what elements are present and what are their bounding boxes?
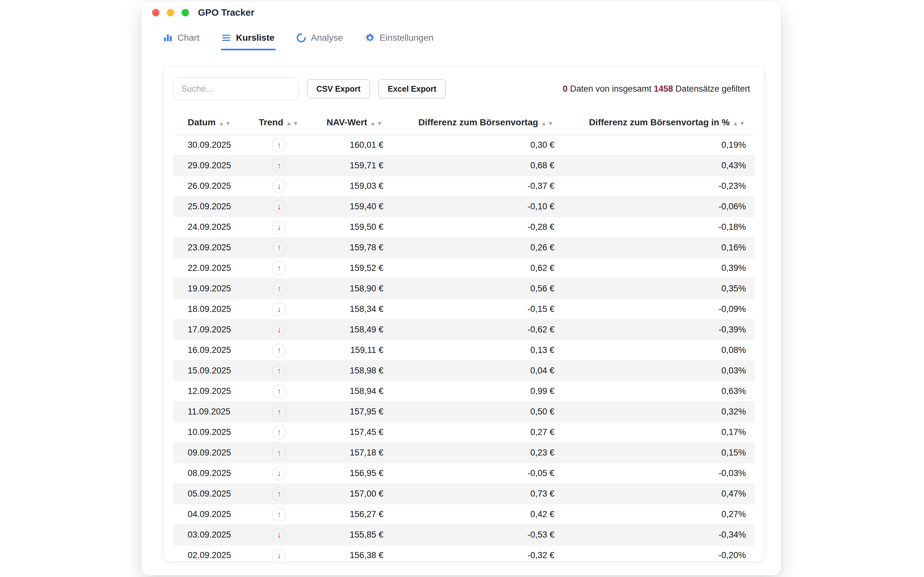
fullscreen-window-button[interactable]	[182, 9, 189, 16]
filter-status: 0 Daten von insgesamt 1458 Datensätze ge…	[563, 84, 750, 94]
cell-differenz: 0,13 €	[388, 340, 558, 361]
cell-nav-wert: 159,50 €	[308, 217, 388, 237]
cell-nav-wert: 159,03 €	[308, 176, 388, 197]
tab-kursliste[interactable]: Kursliste	[221, 33, 276, 50]
trend-up-icon: ↑	[272, 446, 286, 460]
sort-arrows-icon: ▲▼	[370, 120, 383, 127]
cell-datum: 15.09.2025	[173, 361, 250, 381]
table-row: 16.09.2025↑159,11 €0,13 €0,08%	[173, 340, 754, 361]
cell-nav-wert: 159,11 €	[308, 340, 388, 361]
cell-datum: 05.09.2025	[173, 484, 250, 504]
cell-nav-wert: 158,34 €	[308, 299, 388, 319]
tab-label: Chart	[178, 33, 199, 43]
table-row: 03.09.2025↓155,85 €-0,53 €-0,34%	[173, 525, 754, 545]
cell-datum: 09.09.2025	[173, 443, 250, 463]
cell-datum: 26.09.2025	[173, 176, 250, 197]
trend-up-icon: ↑	[272, 159, 286, 173]
cell-nav-wert: 159,78 €	[308, 237, 388, 258]
cell-differenz-prozent: 0,15%	[558, 443, 754, 463]
cell-trend: ↑	[250, 381, 308, 402]
cell-trend: ↑	[250, 361, 308, 381]
cell-differenz: -0,37 €	[388, 176, 558, 197]
cell-differenz-prozent: 0,16%	[558, 237, 754, 258]
minimize-window-button[interactable]	[167, 9, 174, 16]
table-row: 18.09.2025↓158,34 €-0,15 €-0,09%	[173, 299, 754, 319]
close-window-button[interactable]	[152, 9, 160, 16]
cell-differenz: -0,28 €	[388, 217, 558, 237]
cell-datum: 08.09.2025	[173, 463, 250, 484]
trend-up-icon: ↑	[272, 487, 286, 501]
cell-differenz: 0,27 €	[388, 422, 558, 443]
excel-export-button[interactable]: Excel Export	[379, 79, 446, 98]
cell-differenz-prozent: 0,35%	[558, 279, 754, 299]
pie-chart-icon	[296, 33, 306, 43]
cell-nav-wert: 159,71 €	[308, 155, 388, 176]
table-row: 05.09.2025↑157,00 €0,73 €0,47%	[173, 484, 754, 504]
cell-trend: ↑	[250, 443, 308, 463]
column-header-trend[interactable]: Trend▲▼	[250, 114, 308, 135]
cell-differenz-prozent: 0,32%	[558, 402, 754, 422]
tab-chart[interactable]: Chart	[163, 33, 200, 50]
cell-differenz: 0,23 €	[388, 443, 558, 463]
sort-arrows-icon: ▲▼	[732, 120, 746, 127]
cell-trend: ↓	[250, 176, 308, 197]
cell-differenz: -0,05 €	[388, 463, 558, 484]
trend-up-icon: ↑	[272, 343, 286, 358]
cell-datum: 10.09.2025	[173, 422, 250, 443]
sort-arrows-icon: ▲▼	[541, 120, 554, 127]
trend-up-icon: ↑	[272, 508, 286, 522]
trend-down-icon: ↓	[272, 323, 286, 337]
cell-datum: 22.09.2025	[173, 258, 250, 279]
column-header-datum[interactable]: Datum▲▼	[173, 114, 250, 135]
cell-differenz-prozent: -0,03%	[558, 463, 754, 484]
table-row: 24.09.2025↓159,50 €-0,28 €-0,18%	[173, 217, 754, 237]
cell-nav-wert: 158,90 €	[308, 279, 388, 299]
table-row: 17.09.2025↓158,49 €-0,62 €-0,39%	[173, 319, 754, 340]
cell-datum: 25.09.2025	[173, 197, 250, 217]
cell-differenz-prozent: -0,09%	[558, 299, 754, 319]
column-header-pct[interactable]: Differenz zum Börsenvortag in %▲▼	[558, 114, 754, 135]
cell-trend: ↑	[250, 504, 308, 525]
cell-datum: 11.09.2025	[173, 402, 250, 422]
table-row: 25.09.2025↓159,40 €-0,10 €-0,06%	[173, 197, 754, 217]
sort-arrows-icon: ▲▼	[218, 120, 232, 127]
traffic-lights	[152, 9, 189, 16]
cell-trend: ↑	[250, 484, 308, 504]
gear-icon	[365, 33, 375, 43]
tab-einstellungen[interactable]: Einstellungen	[365, 33, 435, 50]
cell-datum: 29.09.2025	[173, 155, 250, 176]
trend-down-icon: ↓	[272, 200, 286, 214]
cell-datum: 23.09.2025	[173, 237, 250, 258]
cell-trend: ↑	[250, 422, 308, 443]
column-header-diff[interactable]: Differenz zum Börsenvortag▲▼	[388, 114, 558, 135]
column-header-nav[interactable]: NAV-Wert▲▼	[308, 114, 388, 135]
cell-nav-wert: 156,38 €	[308, 545, 388, 562]
cell-differenz: 0,73 €	[388, 484, 558, 504]
sort-arrows-icon: ▲▼	[286, 120, 300, 127]
trend-up-icon: ↑	[272, 384, 286, 398]
toolbar: CSV Export Excel Export 0 Daten von insg…	[164, 66, 764, 100]
cell-differenz-prozent: -0,06%	[558, 197, 754, 217]
csv-export-button[interactable]: CSV Export	[307, 79, 370, 98]
table-row: 09.09.2025↑157,18 €0,23 €0,15%	[173, 443, 754, 463]
trend-up-icon: ↑	[272, 241, 286, 255]
cell-datum: 03.09.2025	[173, 525, 250, 545]
filter-status-text: Daten von insgesamt	[567, 84, 654, 93]
trend-down-icon: ↓	[272, 528, 286, 542]
cell-differenz: 0,99 €	[388, 381, 558, 402]
tab-analyse[interactable]: Analyse	[296, 33, 344, 50]
cell-trend: ↓	[250, 463, 308, 484]
content-card: CSV Export Excel Export 0 Daten von insg…	[163, 66, 764, 562]
cell-nav-wert: 158,98 €	[308, 361, 388, 381]
cell-differenz: -0,53 €	[388, 525, 558, 545]
cell-datum: 24.09.2025	[173, 217, 250, 237]
trend-up-icon: ↑	[272, 138, 286, 152]
trend-down-icon: ↓	[272, 548, 286, 562]
cell-trend: ↓	[250, 319, 308, 340]
search-input[interactable]	[173, 77, 298, 100]
cell-differenz-prozent: 0,27%	[558, 504, 754, 525]
filtered-count: 0	[563, 84, 567, 93]
cell-differenz-prozent: -0,34%	[558, 525, 754, 545]
total-count: 1458	[654, 84, 673, 93]
table-row: 15.09.2025↑158,98 €0,04 €0,03%	[173, 361, 754, 381]
